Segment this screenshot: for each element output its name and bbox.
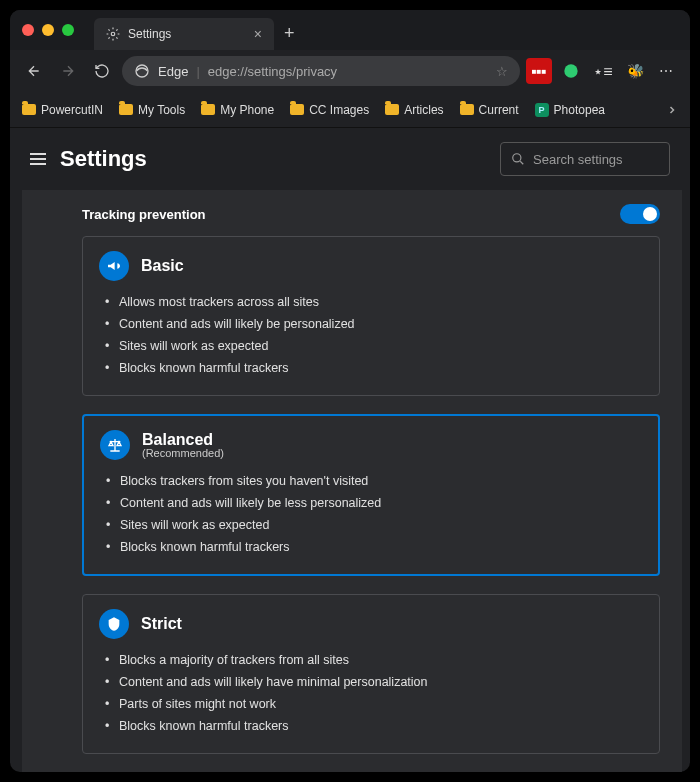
bookmark-my-tools[interactable]: My Tools [119, 103, 185, 117]
card-header: Basic [99, 251, 643, 281]
search-settings-input[interactable]: Search settings [500, 142, 670, 176]
card-point: Parts of sites might not work [105, 693, 643, 715]
card-point: Blocks known harmful trackers [106, 536, 642, 558]
bookmark-my-phone[interactable]: My Phone [201, 103, 274, 117]
back-button[interactable] [20, 57, 48, 85]
folder-icon [385, 104, 399, 115]
browser-tab[interactable]: Settings × [94, 18, 274, 50]
address-bar[interactable]: Edge | edge://settings/privacy ☆ [122, 56, 520, 86]
settings-header: Settings Search settings [10, 128, 690, 190]
address-url: edge://settings/privacy [208, 64, 488, 79]
edge-icon [134, 63, 150, 79]
window-controls [22, 24, 74, 36]
card-point: Content and ads will likely be personali… [105, 313, 643, 335]
bookmarks-overflow-button[interactable] [666, 104, 678, 116]
search-icon [511, 152, 525, 166]
card-point: Content and ads will likely have minimal… [105, 671, 643, 693]
bookmark-photopea[interactable]: PPhotopea [535, 103, 605, 117]
scales-icon [100, 430, 130, 460]
tracking-level-strict[interactable]: Strict Blocks a majority of trackers fro… [82, 594, 660, 754]
address-separator: | [196, 64, 199, 79]
navigation-bar: Edge | edge://settings/privacy ☆ ■■■ ⋆≡ … [10, 50, 690, 92]
window-close-button[interactable] [22, 24, 34, 36]
favorite-button[interactable]: ☆ [496, 64, 508, 79]
bookmark-label: My Tools [138, 103, 185, 117]
settings-content[interactable]: Tracking prevention Basic Allows most tr… [22, 190, 682, 772]
megaphone-icon [99, 251, 129, 281]
new-tab-button[interactable]: + [284, 23, 295, 44]
bookmark-label: PowercutIN [41, 103, 103, 117]
card-points: Blocks a majority of trackers from all s… [99, 649, 643, 737]
card-header: Strict [99, 609, 643, 639]
folder-icon [201, 104, 215, 115]
card-point: Blocks trackers from sites you haven't v… [106, 470, 642, 492]
svg-point-1 [136, 65, 148, 77]
forward-button[interactable] [54, 57, 82, 85]
extension-icon-2[interactable] [558, 58, 584, 84]
window-maximize-button[interactable] [62, 24, 74, 36]
bookmark-label: Articles [404, 103, 443, 117]
bookmark-articles[interactable]: Articles [385, 103, 443, 117]
folder-icon [290, 104, 304, 115]
card-point: Blocks a majority of trackers from all s… [105, 649, 643, 671]
photopea-icon: P [535, 103, 549, 117]
card-title: Strict [141, 615, 182, 633]
card-point: Blocks known harmful trackers [105, 357, 643, 379]
bookmarks-bar: PowercutIN My Tools My Phone CC Images A… [10, 92, 690, 128]
bookmark-label: Photopea [554, 103, 605, 117]
refresh-button[interactable] [88, 57, 116, 85]
bookmark-label: CC Images [309, 103, 369, 117]
tab-close-button[interactable]: × [254, 26, 262, 42]
tab-title: Settings [128, 27, 171, 41]
bookmark-label: My Phone [220, 103, 274, 117]
card-header: Balanced (Recommended) [100, 430, 642, 460]
address-brand: Edge [158, 64, 188, 79]
svg-point-2 [564, 64, 577, 77]
tracking-prevention-toggle[interactable] [620, 204, 660, 224]
tracking-level-balanced[interactable]: Balanced (Recommended) Blocks trackers f… [82, 414, 660, 576]
window-minimize-button[interactable] [42, 24, 54, 36]
card-subtitle: (Recommended) [142, 447, 224, 459]
folder-icon [119, 104, 133, 115]
extension-icon-3[interactable]: 🐝 [622, 58, 648, 84]
more-menu-button[interactable]: ⋯ [654, 58, 680, 84]
search-placeholder: Search settings [533, 152, 623, 167]
card-point: Content and ads will likely be less pers… [106, 492, 642, 514]
bookmark-powercutin[interactable]: PowercutIN [22, 103, 103, 117]
favorites-button[interactable]: ⋆≡ [590, 58, 616, 84]
bookmark-label: Current [479, 103, 519, 117]
tracking-prevention-header: Tracking prevention [82, 204, 660, 224]
settings-menu-button[interactable] [30, 153, 46, 165]
section-title: Tracking prevention [82, 207, 206, 222]
svg-point-3 [513, 154, 521, 162]
card-point: Sites will work as expected [106, 514, 642, 536]
card-title: Basic [141, 257, 184, 275]
bookmark-cc-images[interactable]: CC Images [290, 103, 369, 117]
card-points: Allows most trackers across all sites Co… [99, 291, 643, 379]
title-bar: Settings × + [10, 10, 690, 50]
gear-icon [106, 27, 120, 41]
folder-icon [460, 104, 474, 115]
card-points: Blocks trackers from sites you haven't v… [100, 470, 642, 558]
card-point: Allows most trackers across all sites [105, 291, 643, 313]
tracking-level-basic[interactable]: Basic Allows most trackers across all si… [82, 236, 660, 396]
shield-icon [99, 609, 129, 639]
folder-icon [22, 104, 36, 115]
page-title: Settings [60, 146, 147, 172]
extension-icon-1[interactable]: ■■■ [526, 58, 552, 84]
svg-point-0 [111, 32, 115, 36]
bookmark-current[interactable]: Current [460, 103, 519, 117]
browser-window: Settings × + Edge | edge://settings/priv… [10, 10, 690, 772]
card-point: Blocks known harmful trackers [105, 715, 643, 737]
card-point: Sites will work as expected [105, 335, 643, 357]
